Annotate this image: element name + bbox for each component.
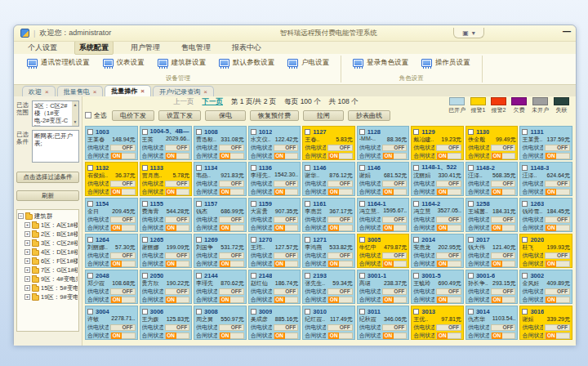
supply-state-field[interactable]: OFF [436,216,461,223]
supply-state-field[interactable]: OFF [110,145,136,151]
switch-state-field[interactable]: ON [274,153,299,159]
expand-icon[interactable]: + [24,276,30,282]
meter-card[interactable]: 1157钱杰686.99元供电状态OFF合闸状态ON [194,198,247,232]
refresh-button[interactable]: 刷新 [16,190,79,201]
supply-state-field[interactable]: OFF [382,145,408,151]
switch-state-field[interactable]: ON [110,297,136,303]
card-checkbox[interactable] [359,129,365,135]
supply-state-field[interactable]: OFF [274,181,299,187]
card-checkbox[interactable] [87,237,93,243]
supply-state-field[interactable]: OFF [110,288,136,295]
switch-state-field[interactable]: ON [219,261,244,267]
supply-state-field[interactable]: OFF [436,181,461,187]
supply-state-field[interactable]: OFF [165,145,190,151]
switch-state-field[interactable]: ON [274,333,299,339]
meter-card[interactable]: 1154金日209.45元供电状态OFF合闸状态ON [85,198,138,232]
meter-card[interactable]: 1133贾月惠..5.78元供电状态OFF合闸状态ON [140,162,193,196]
switch-state-field[interactable]: ON [436,261,461,267]
expand-icon[interactable]: + [24,222,30,228]
meter-card[interactable]: 3001-5王毓玲690.49元供电状态OFF合闸状态ON [411,270,464,304]
ribbon-button[interactable]: 建筑群设置 [151,56,213,69]
tab-close-icon[interactable]: × [93,88,97,96]
switch-state-field[interactable]: ON [165,333,190,339]
meter-card[interactable]: 3004许敏2278.71..供电状态OFF合闸状态ON [85,306,138,340]
supply-state-field[interactable]: OFF [382,324,408,331]
switch-state-field[interactable]: ON [436,333,461,339]
tree-item[interactable]: +1区：A区1#楼 [18,221,78,230]
meter-card[interactable]: 1148-3汪泽..624.64元供电状态OFF合闸状态ON [519,162,572,196]
tree-item[interactable]: +2区：B区1#楼/B区1#楼 [18,230,78,239]
meter-card[interactable]: 1008曹迅毅..331.08元供电状态OFF合闸状态ON [194,126,247,160]
card-checkbox[interactable] [251,129,256,135]
supply-state-field[interactable]: OFF [219,324,244,331]
switch-state-field[interactable]: ON [274,225,299,231]
supply-state-field[interactable]: OFF [110,324,136,331]
card-checkbox[interactable] [305,237,310,243]
supply-state-field[interactable]: OFF [165,324,190,331]
meter-card[interactable]: 1129戴冶建..19.23元供电状态OFF合闸状态ON [411,126,464,160]
switch-state-field[interactable]: ON [110,225,136,231]
card-checkbox[interactable] [468,237,474,243]
card-checkbox[interactable] [87,309,93,315]
tab-4[interactable]: 开户/记录查询× [153,86,214,96]
meter-card[interactable]: 1161李惠芸367.17元供电状态OFF合闸状态ON [302,198,355,232]
card-checkbox[interactable] [142,165,148,171]
supply-state-field[interactable]: OFF [545,324,570,331]
switch-state-field[interactable]: ON [219,189,244,195]
switch-state-field[interactable]: ON [382,225,408,231]
card-checkbox[interactable] [359,165,365,171]
card-checkbox[interactable] [359,237,365,243]
card-checkbox[interactable] [468,309,474,315]
supply-state-field[interactable]: OFF [274,288,299,295]
next-page-link[interactable]: 下一页 [203,97,224,107]
supply-state-field[interactable]: OFF [382,216,408,223]
expand-icon[interactable]: + [24,285,30,291]
ribbon-button[interactable]: 操作员设置 [415,56,477,69]
card-checkbox[interactable] [87,201,93,207]
card-checkbox[interactable] [305,273,310,279]
supply-state-field[interactable]: OFF [382,252,408,259]
switch-state-field[interactable]: ON [165,297,190,303]
meter-card[interactable]: 2048郑少霞108.68元供电状态OFF合闸状态ON [85,270,138,304]
card-checkbox[interactable] [196,129,202,135]
meter-card[interactable]: 3005牛忆中479.87元供电状态OFF合闸状态ON [357,234,410,268]
card-checkbox[interactable] [142,309,148,315]
selected-range-listbox[interactable]: 3区：C区2#楼（1#变电-2#变压-C区1#… ▲ ▼ [32,100,79,127]
card-checkbox[interactable] [468,165,474,171]
switch-state-field[interactable]: ON [545,297,570,303]
meter-card[interactable]: 2014安惠龙202.95元供电状态OFF合闸状态ON [411,234,464,268]
meter-card[interactable]: 1132石俊娟..36.37元供电状态OFF合闸状态ON [85,162,138,196]
tab-1[interactable]: 欢迎× [22,86,56,96]
toolbar-button[interactable]: 保电 [205,110,246,121]
meter-card[interactable]: 1146谢娟681.52元供电状态OFF合闸状态ON [357,162,410,196]
meter-card[interactable]: 1004-5、4B—王英2029.66..供电状态OFF合闸状态ON [140,126,193,160]
switch-state-field[interactable]: ON [545,225,570,231]
switch-state-field[interactable]: ON [491,261,516,267]
supply-state-field[interactable]: OFF [382,181,408,187]
meter-card[interactable]: 3006王为媛125.83元供电状态OFF合闸状态ON [140,306,193,340]
card-checkbox[interactable] [522,273,528,279]
tab-close-icon[interactable]: × [203,88,207,96]
select-all[interactable]: 全选 [85,111,107,120]
supply-state-field[interactable]: OFF [545,252,570,259]
meter-card[interactable]: 2144李瑾先870.62元供电状态OFF合闸状态ON [194,270,247,304]
tree-item[interactable]: +19区：9#变电站（2#… [18,292,78,301]
supply-state-field[interactable]: OFF [274,216,299,223]
supply-state-field[interactable]: OFF [545,181,570,187]
expand-icon[interactable]: + [24,231,30,237]
card-checkbox[interactable] [87,165,93,171]
supply-state-field[interactable]: OFF [219,181,244,187]
prev-page-link[interactable]: 上一页 [173,97,194,107]
menu-item-4[interactable]: 售电管理 [177,42,215,54]
supply-state-field[interactable]: OFF [545,288,570,295]
meter-card[interactable]: 2050贵方欣190.22元供电状态OFF合闸状态ON [140,270,193,304]
meter-card[interactable]: 2020桂飞199.93元供电状态OFF合闸状态ON [519,234,572,268]
switch-state-field[interactable]: ON [382,333,408,339]
switch-state-field[interactable]: ON [274,189,299,195]
supply-state-field[interactable]: OFF [274,252,299,259]
meter-card[interactable]: 3001-6孙长争..293.15元供电状态OFF合闸状态ON [466,270,519,304]
card-checkbox[interactable] [196,273,202,279]
meter-card[interactable]: 3009吴成彦885.16元供电状态OFF合闸状态ON [248,306,301,340]
meter-card[interactable]: 1263钱玲雪..184.45元供电状态OFF合闸状态ON [519,198,572,232]
ribbon-button[interactable]: 默认参数设置 [212,56,281,69]
